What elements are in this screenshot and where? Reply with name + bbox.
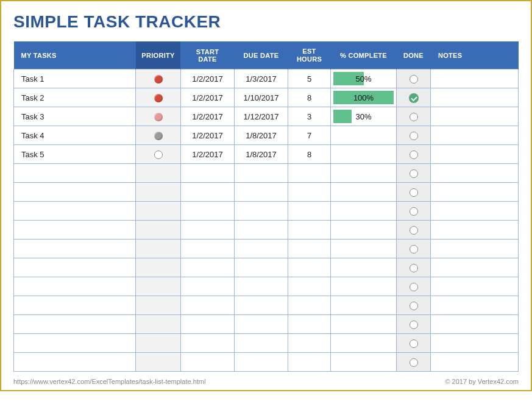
cell-complete[interactable]: 50% [331,69,397,88]
cell-complete[interactable] [331,277,397,296]
done-radio-icon[interactable] [410,207,418,216]
cell-est[interactable] [288,202,331,221]
cell-priority[interactable] [136,277,181,296]
done-radio-icon[interactable] [410,358,418,367]
cell-notes[interactable] [431,296,519,315]
cell-due[interactable] [235,221,288,239]
cell-priority[interactable] [136,239,181,258]
cell-notes[interactable] [431,315,519,334]
cell-task[interactable] [14,277,136,296]
cell-est[interactable]: 8 [288,88,331,107]
cell-est[interactable] [288,183,331,202]
cell-priority[interactable] [136,315,181,334]
cell-start[interactable] [181,183,235,202]
cell-task[interactable] [14,221,136,239]
cell-notes[interactable] [431,258,519,277]
cell-done[interactable] [397,183,431,202]
col-header-tasks[interactable]: MY TASKS [14,41,136,69]
cell-task[interactable]: Task 1 [14,69,136,88]
priority-dot-icon[interactable] [154,132,163,140]
cell-done[interactable] [397,202,431,221]
cell-start[interactable] [181,221,235,239]
cell-done[interactable] [397,145,431,164]
done-radio-icon[interactable] [410,264,418,272]
cell-priority[interactable] [136,334,181,353]
done-radio-icon[interactable] [410,75,418,83]
cell-done[interactable] [397,353,431,372]
cell-notes[interactable] [431,334,519,353]
cell-start[interactable]: 1/2/2017 [181,88,235,107]
cell-done[interactable] [397,88,431,107]
cell-due[interactable]: 1/3/2017 [235,69,288,88]
cell-est[interactable] [288,164,331,183]
cell-complete[interactable] [331,239,397,258]
cell-priority[interactable] [136,164,181,183]
cell-due[interactable]: 1/8/2017 [235,145,288,164]
cell-start[interactable] [181,239,235,258]
cell-start[interactable]: 1/2/2017 [181,126,235,145]
cell-notes[interactable] [431,164,519,183]
cell-est[interactable]: 5 [288,69,331,88]
cell-done[interactable] [397,277,431,296]
cell-task[interactable]: Task 2 [14,88,136,107]
cell-priority[interactable] [136,202,181,221]
cell-done[interactable] [397,126,431,145]
cell-start[interactable] [181,202,235,221]
cell-est[interactable] [288,277,331,296]
cell-done[interactable] [397,315,431,334]
cell-task[interactable]: Task 5 [14,145,136,164]
cell-task[interactable]: Task 4 [14,126,136,145]
cell-task[interactable] [14,239,136,258]
cell-est[interactable]: 7 [288,126,331,145]
cell-priority[interactable] [136,145,181,164]
cell-est[interactable] [288,315,331,334]
cell-complete[interactable] [331,334,397,353]
cell-due[interactable] [235,296,288,315]
cell-start[interactable]: 1/2/2017 [181,69,235,88]
cell-due[interactable] [235,164,288,183]
cell-notes[interactable] [431,239,519,258]
col-header-done[interactable]: DONE [397,41,431,69]
cell-done[interactable] [397,239,431,258]
cell-due[interactable] [235,334,288,353]
cell-task[interactable] [14,183,136,202]
cell-done[interactable] [397,164,431,183]
done-checked-icon[interactable] [409,93,419,103]
priority-dot-icon[interactable] [154,75,163,83]
cell-notes[interactable] [431,202,519,221]
cell-notes[interactable] [431,107,519,126]
cell-complete[interactable]: 100% [331,88,397,107]
priority-dot-icon[interactable] [154,94,163,102]
cell-priority[interactable] [136,258,181,277]
col-header-complete[interactable]: % COMPLETE [331,41,397,69]
done-radio-icon[interactable] [410,283,418,291]
cell-est[interactable]: 3 [288,107,331,126]
cell-complete[interactable] [331,164,397,183]
cell-complete[interactable] [331,126,397,145]
cell-task[interactable] [14,164,136,183]
col-header-est[interactable]: ESTHOURS [288,41,331,69]
cell-complete[interactable]: 30% [331,107,397,126]
done-radio-icon[interactable] [410,113,418,121]
done-radio-icon[interactable] [410,339,418,348]
cell-est[interactable]: 8 [288,145,331,164]
cell-est[interactable] [288,221,331,239]
cell-notes[interactable] [431,88,519,107]
col-header-due[interactable]: DUE DATE [235,41,288,69]
cell-notes[interactable] [431,277,519,296]
cell-task[interactable] [14,258,136,277]
cell-done[interactable] [397,334,431,353]
cell-est[interactable] [288,239,331,258]
col-header-priority[interactable]: PRIORITY [136,41,181,69]
cell-due[interactable]: 1/12/2017 [235,107,288,126]
cell-start[interactable] [181,296,235,315]
cell-due[interactable] [235,315,288,334]
done-radio-icon[interactable] [410,132,418,140]
cell-priority[interactable] [136,88,181,107]
cell-complete[interactable] [331,315,397,334]
cell-due[interactable]: 1/10/2017 [235,88,288,107]
cell-start[interactable] [181,315,235,334]
cell-priority[interactable] [136,221,181,239]
cell-complete[interactable] [331,183,397,202]
cell-complete[interactable] [331,258,397,277]
